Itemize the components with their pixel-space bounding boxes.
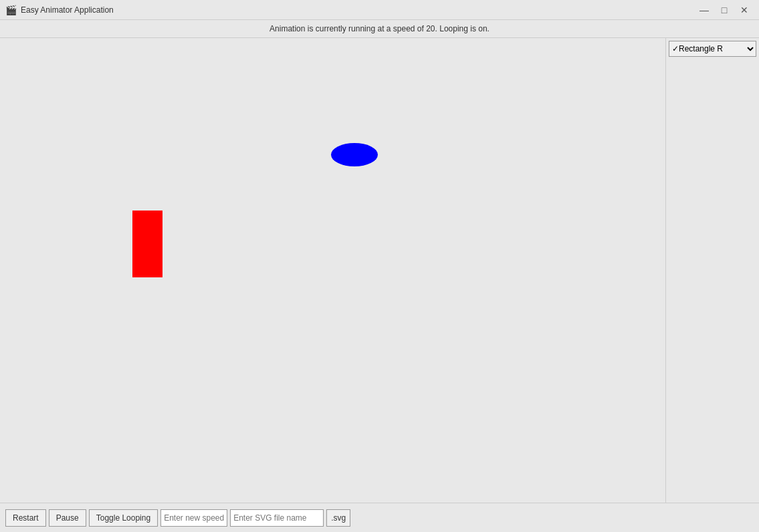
- canvas-area: [0, 38, 665, 503]
- speed-input[interactable]: [160, 509, 227, 527]
- restart-button[interactable]: Restart: [5, 509, 46, 527]
- pause-button[interactable]: Pause: [49, 509, 86, 527]
- title-bar: 🎬 Easy Animator Application — □ ✕: [0, 0, 759, 20]
- svg-extension-label: .svg: [326, 509, 350, 527]
- main-content: ✓Rectangle R: [0, 38, 759, 503]
- shape-dropdown[interactable]: ✓Rectangle R: [669, 41, 756, 57]
- red-rectangle-shape: [132, 211, 162, 277]
- app-icon: 🎬: [5, 5, 17, 15]
- minimize-button[interactable]: —: [695, 3, 714, 17]
- status-bar: Animation is currently running at a spee…: [0, 20, 759, 38]
- app-title: Easy Animator Application: [21, 5, 114, 15]
- shape-dropdown-container: ✓Rectangle R: [669, 41, 756, 57]
- status-message: Animation is currently running at a spee…: [269, 24, 490, 33]
- bottom-bar: Restart Pause Toggle Looping .svg: [0, 503, 759, 532]
- maximize-button[interactable]: □: [715, 3, 734, 17]
- svg-filename-input[interactable]: [230, 509, 324, 527]
- toggle-looping-button[interactable]: Toggle Looping: [89, 509, 158, 527]
- close-button[interactable]: ✕: [735, 3, 754, 17]
- blue-ellipse-shape: [331, 143, 378, 166]
- right-panel: ✓Rectangle R: [665, 38, 759, 503]
- title-bar-left: 🎬 Easy Animator Application: [5, 5, 114, 15]
- window-controls: — □ ✕: [695, 3, 754, 17]
